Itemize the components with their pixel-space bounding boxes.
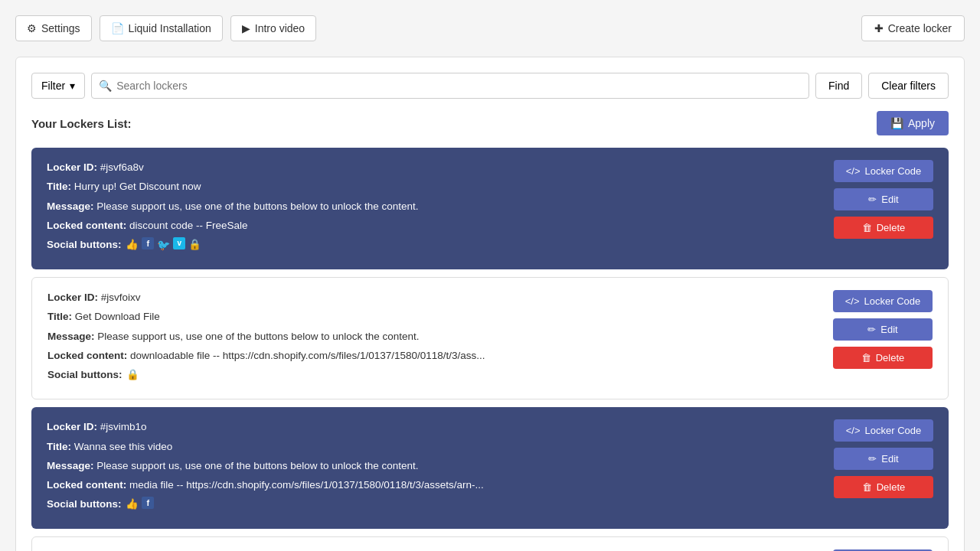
edit-button[interactable]: ✏ Edit [833,318,933,341]
nav-left: ⚙ Settings 📄 Liquid Installation ▶ Intro… [15,15,316,41]
search-icon: 🔍 [99,80,112,92]
liquid-icon: 📄 [111,22,124,34]
locker-code-button[interactable]: </> Locker Code [833,290,933,312]
locker-actions: </> Locker Code ✏ Edit 🗑 Delete [834,160,933,239]
lockers-list: Locker ID: #jsvf6a8v Title: Hurry up! Ge… [31,148,949,551]
locker-code-button[interactable]: </> Locker Code [834,160,933,182]
trash-icon: 🗑 [862,481,872,493]
edit-label: Edit [881,194,898,205]
locker-info: Locker ID: #jsvf6a8v Title: Hurry up! Ge… [47,160,818,257]
locker-card: Locker ID: #jsvfoixv Title: Get Download… [31,277,949,399]
intro-video-button[interactable]: ▶ Intro video [230,15,316,41]
filter-label: Filter [41,80,65,92]
locker-code-button[interactable]: </> Locker Code [834,419,933,442]
locker-id: Locker ID: #jsvf6a8v [47,160,818,175]
search-row: Filter ▾ 🔍 Find Clear filters [31,73,949,99]
locker-social: Social buttons: 🔒 [47,367,818,383]
locker-content: Locked content: media file -- https://cd… [47,478,818,493]
delete-button[interactable]: 🗑 Delete [833,347,933,369]
locker-card: Locker ID: #jsvimb1o Title: Wanna see th… [31,407,949,528]
top-nav: ⚙ Settings 📄 Liquid Installation ▶ Intro… [15,15,965,41]
trash-icon: 🗑 [861,352,871,364]
locker-actions: </> Locker Code ✏ Edit 🗑 Delete [834,419,933,498]
delete-button[interactable]: 🗑 Delete [834,476,933,498]
locker-code-label: Locker Code [865,425,922,436]
edit-label: Edit [880,324,897,335]
clear-filters-button[interactable]: Clear filters [868,73,949,99]
settings-label: Settings [41,22,80,34]
code-icon: </> [846,425,861,436]
lockers-header-row: Your Lockers List: 💾 Apply [31,111,949,135]
locker-info: Locker ID: #jsvfoixv Title: Get Download… [47,290,818,386]
edit-icon: ✏ [867,324,876,335]
settings-button[interactable]: ⚙ Settings [15,15,92,41]
locker-message: Message: Please support us, use one of t… [47,329,818,344]
liquid-installation-button[interactable]: 📄 Liquid Installation [100,15,223,41]
create-icon: ✚ [874,22,884,34]
delete-label: Delete [876,352,905,364]
delete-label: Delete [877,481,906,493]
edit-button[interactable]: ✏ Edit [834,448,933,470]
locker-content: Locked content: downloadable file -- htt… [47,348,818,364]
delete-label: Delete [877,222,906,233]
apply-button[interactable]: 💾 Apply [877,111,949,135]
intro-icon: ▶ [242,22,250,34]
locker-message: Message: Please support us, use one of t… [47,458,818,474]
clear-filters-label: Clear filters [881,80,936,92]
locker-content: Locked content: discount code -- FreeSal… [47,218,818,233]
filter-button[interactable]: Filter ▾ [31,73,85,99]
settings-icon: ⚙ [27,22,37,34]
edit-icon: ✏ [868,453,877,465]
edit-icon: ✏ [868,194,877,205]
search-input[interactable] [91,73,809,99]
apply-icon: 💾 [890,117,903,129]
locker-info: Locker ID: #jsvimb1o Title: Wanna see th… [47,419,818,516]
trash-icon: 🗑 [862,222,872,233]
apply-label: Apply [908,117,935,129]
locker-title: Title: Wanna see this video [47,439,818,455]
filter-arrow-icon: ▾ [70,80,75,92]
intro-label: Intro video [255,22,305,34]
locker-actions: </> Locker Code ✏ Edit 🗑 Delete [833,290,933,369]
locker-code-label: Locker Code [864,295,921,307]
delete-button[interactable]: 🗑 Delete [834,217,933,239]
create-label: Create locker [888,22,952,34]
locker-card: Locker ID: #jsvf6a8v Title: Hurry up! Ge… [31,148,949,269]
edit-label: Edit [881,453,898,465]
locker-id: Locker ID: #jsvimb1o [47,419,818,435]
locker-id: Locker ID: #jsvfoixv [47,290,818,305]
main-container: Filter ▾ 🔍 Find Clear filters Your Locke… [15,57,965,551]
code-icon: </> [846,165,861,177]
locker-title: Title: Get Download File [47,309,818,324]
locker-title: Title: Hurry up! Get Discount now [47,179,818,194]
liquid-label: Liquid Installation [129,22,211,34]
locker-code-label: Locker Code [865,165,922,177]
locker-social: Social buttons: 👍 f [47,497,818,512]
edit-button[interactable]: ✏ Edit [834,188,933,210]
create-locker-button[interactable]: ✚ Create locker [861,15,965,41]
locker-message: Message: Please support us, use one of t… [47,199,818,214]
locker-card: Locker ID: #jsvj0ywd Title: Secret Messa… [31,536,949,552]
code-icon: </> [845,295,860,307]
find-label: Find [828,80,849,92]
locker-social: Social buttons: 👍 f 🐦 v 🔒 [47,237,818,253]
find-button[interactable]: Find [815,73,862,99]
search-input-wrap: 🔍 [91,73,809,99]
lockers-list-title: Your Lockers List: [31,117,132,130]
